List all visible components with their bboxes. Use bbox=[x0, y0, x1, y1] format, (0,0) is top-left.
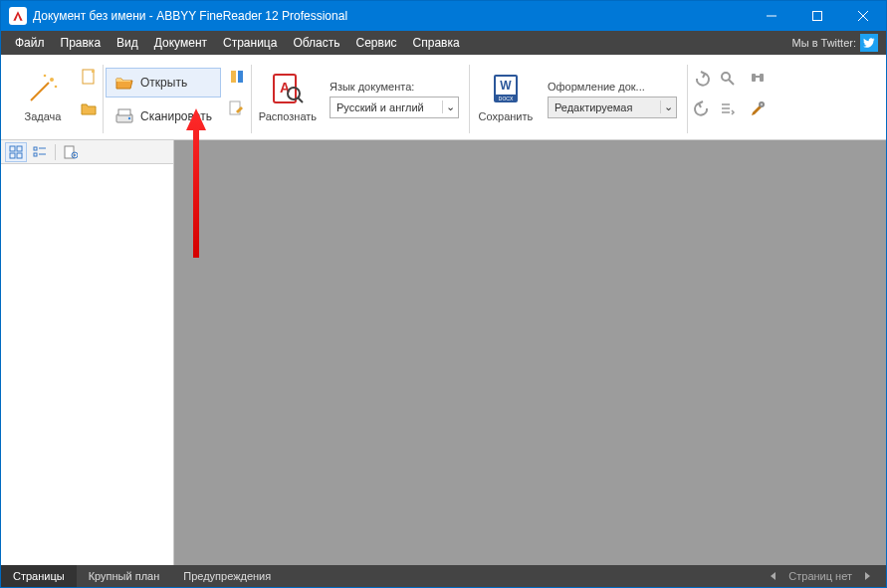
window-title: Документ без имени - ABBYY FineReader 12… bbox=[33, 9, 347, 23]
svg-rect-38 bbox=[34, 147, 37, 150]
recognize-icon: A bbox=[270, 71, 306, 106]
svg-point-5 bbox=[50, 78, 54, 82]
page-nav-label: Страниц нет bbox=[788, 570, 852, 582]
open-label: Открыть bbox=[140, 76, 187, 90]
svg-point-33 bbox=[761, 103, 763, 105]
minimize-button[interactable] bbox=[749, 1, 794, 31]
svg-rect-1 bbox=[813, 12, 822, 21]
svg-text:W: W bbox=[500, 79, 512, 93]
next-page-button[interactable] bbox=[862, 571, 872, 581]
svg-marker-45 bbox=[771, 572, 776, 580]
menu-area[interactable]: Область bbox=[285, 31, 347, 55]
recognize-button[interactable]: A Распознать bbox=[254, 59, 322, 134]
app-window: Документ без имени - ABBYY FineReader 12… bbox=[0, 0, 887, 588]
svg-point-44 bbox=[74, 154, 76, 156]
undo-button[interactable] bbox=[690, 67, 714, 91]
svg-rect-28 bbox=[756, 76, 760, 78]
pages-panel bbox=[1, 140, 174, 565]
svg-rect-40 bbox=[34, 153, 37, 156]
svg-text:DOCX: DOCX bbox=[499, 96, 514, 101]
menu-document[interactable]: Документ bbox=[146, 31, 215, 55]
svg-rect-27 bbox=[760, 74, 764, 82]
lang-value: Русский и англий bbox=[331, 101, 442, 113]
pages-panel-toolbar bbox=[1, 140, 173, 164]
lang-dropdown[interactable]: Русский и англий ⌄ bbox=[330, 97, 459, 118]
svg-point-12 bbox=[128, 116, 130, 118]
chevron-down-icon: ⌄ bbox=[660, 100, 676, 113]
svg-rect-13 bbox=[231, 71, 236, 83]
new-doc-button[interactable] bbox=[77, 65, 101, 89]
svg-line-4 bbox=[31, 83, 49, 100]
svg-point-6 bbox=[44, 75, 47, 78]
svg-rect-26 bbox=[752, 74, 756, 82]
open-button[interactable]: Открыть bbox=[106, 68, 221, 98]
layout-dropdown[interactable]: Редактируемая ⌄ bbox=[548, 97, 677, 118]
scanner-icon bbox=[114, 106, 134, 126]
svg-rect-36 bbox=[10, 153, 15, 158]
statusbar: Страницы Крупный план Предупреждения Стр… bbox=[1, 565, 886, 587]
open-folder-small-button[interactable] bbox=[77, 97, 101, 120]
folder-open-icon bbox=[114, 73, 134, 93]
menubar: Файл Правка Вид Документ Страница Област… bbox=[1, 31, 886, 55]
task-button[interactable]: Задача bbox=[9, 59, 77, 134]
titlebar: Документ без имени - ABBYY FineReader 12… bbox=[1, 1, 886, 31]
status-tab-warnings[interactable]: Предупреждения bbox=[171, 565, 283, 587]
svg-marker-46 bbox=[865, 572, 870, 580]
save-button[interactable]: WDOCX Сохранить bbox=[472, 59, 540, 134]
task-label: Задача bbox=[25, 110, 62, 122]
ribbon-toolbar: Задача Открыть Сканир bbox=[1, 55, 886, 140]
scan-button[interactable]: Сканировать bbox=[106, 101, 221, 131]
status-tab-pages[interactable]: Страницы bbox=[1, 565, 77, 587]
svg-rect-11 bbox=[118, 109, 130, 115]
word-icon: WDOCX bbox=[488, 71, 524, 106]
edit-page-button[interactable] bbox=[225, 97, 249, 120]
svg-rect-35 bbox=[17, 146, 22, 151]
list-settings-button[interactable] bbox=[716, 97, 740, 120]
redo-button[interactable] bbox=[690, 97, 714, 120]
document-area[interactable] bbox=[174, 140, 886, 565]
chevron-down-icon: ⌄ bbox=[442, 100, 458, 113]
workspace bbox=[1, 140, 886, 565]
twitter-icon[interactable] bbox=[860, 34, 878, 52]
binoculars-button[interactable] bbox=[746, 67, 770, 91]
prev-page-button[interactable] bbox=[769, 571, 778, 581]
app-icon bbox=[9, 7, 27, 25]
pages-add-button[interactable] bbox=[225, 65, 249, 89]
menu-service[interactable]: Сервис bbox=[348, 31, 405, 55]
svg-line-19 bbox=[298, 98, 303, 102]
svg-rect-14 bbox=[238, 71, 243, 83]
lang-label: Язык документа: bbox=[330, 81, 459, 93]
layout-label: Оформление док... bbox=[548, 81, 677, 93]
scan-label: Сканировать bbox=[140, 109, 212, 123]
menu-edit[interactable]: Правка bbox=[53, 31, 110, 55]
twitter-label: Мы в Twitter: bbox=[792, 37, 860, 49]
find-button[interactable] bbox=[716, 67, 740, 91]
view-thumbnails-button[interactable] bbox=[5, 142, 27, 162]
svg-point-24 bbox=[722, 73, 730, 81]
close-button[interactable] bbox=[840, 1, 886, 31]
panel-settings-button[interactable] bbox=[60, 142, 82, 162]
svg-rect-37 bbox=[17, 153, 22, 158]
save-label: Сохранить bbox=[479, 110, 534, 122]
options-button[interactable] bbox=[746, 97, 770, 120]
menu-page[interactable]: Страница bbox=[215, 31, 285, 55]
menu-file[interactable]: Файл bbox=[7, 31, 53, 55]
layout-value: Редактируемая bbox=[549, 101, 660, 113]
menu-help[interactable]: Справка bbox=[405, 31, 468, 55]
status-tab-closeup[interactable]: Крупный план bbox=[77, 565, 172, 587]
menu-view[interactable]: Вид bbox=[109, 31, 146, 55]
recognize-label: Распознать bbox=[259, 110, 317, 122]
svg-rect-9 bbox=[92, 70, 95, 73]
svg-rect-34 bbox=[10, 146, 15, 151]
svg-line-25 bbox=[729, 80, 734, 85]
pages-list[interactable] bbox=[1, 164, 173, 565]
magic-wand-icon bbox=[25, 71, 61, 106]
maximize-button[interactable] bbox=[794, 1, 840, 31]
page-nav: Страниц нет bbox=[769, 570, 886, 582]
svg-point-7 bbox=[55, 86, 58, 89]
view-details-button[interactable] bbox=[29, 142, 51, 162]
